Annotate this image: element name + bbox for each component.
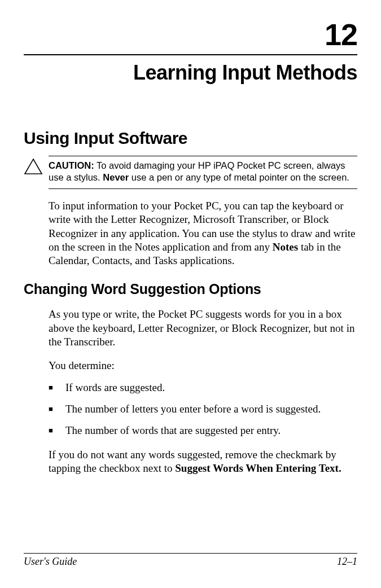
caution-label: CAUTION: — [49, 160, 94, 170]
suggestion-para-3: If you do not want any words suggested, … — [49, 448, 357, 476]
square-bullet-icon: ■ — [49, 426, 53, 436]
section-heading-using-input-software: Using Input Software — [24, 129, 357, 148]
caution-rule-bottom — [49, 188, 357, 189]
chapter-rule — [24, 54, 357, 55]
footer-right: 12–1 — [337, 556, 357, 568]
caution-triangle-icon — [24, 158, 43, 177]
square-bullet-icon: ■ — [49, 405, 53, 414]
caution-block: CAUTION: To avoid damaging your HP iPAQ … — [49, 156, 357, 189]
square-bullet-icon: ■ — [49, 383, 53, 393]
caution-text-after: use a pen or any type of metal pointer o… — [129, 172, 349, 182]
page-footer: User's Guide 12–1 — [24, 553, 357, 568]
list-item: ■If words are suggested. — [49, 381, 357, 394]
caution-never: Never — [103, 172, 129, 182]
para3-bold: Suggest Words When Entering Text. — [175, 462, 341, 474]
caution-text: CAUTION: To avoid damaging your HP iPAQ … — [49, 160, 357, 184]
suggestion-para-2: You determine: — [49, 359, 357, 372]
list-item: ■The number of words that are suggested … — [49, 424, 357, 437]
intro-paragraph: To input information to your Pocket PC, … — [49, 199, 357, 268]
footer-rule — [24, 553, 357, 554]
bullet-list: ■If words are suggested. ■The number of … — [49, 381, 357, 438]
suggestion-para-1: As you type or write, the Pocket PC sugg… — [49, 308, 357, 349]
intro-text-bold: Notes — [273, 241, 298, 253]
list-item-text: The number of words that are suggested p… — [65, 424, 281, 436]
chapter-title: Learning Input Methods — [24, 61, 357, 85]
footer-left: User's Guide — [24, 556, 77, 568]
list-item-text: If words are suggested. — [65, 381, 165, 393]
list-item: ■The number of letters you enter before … — [49, 402, 357, 416]
section-heading-changing-word-suggestion: Changing Word Suggestion Options — [24, 281, 357, 297]
list-item-text: The number of letters you enter before a… — [65, 403, 321, 415]
chapter-number: 12 — [24, 17, 357, 52]
